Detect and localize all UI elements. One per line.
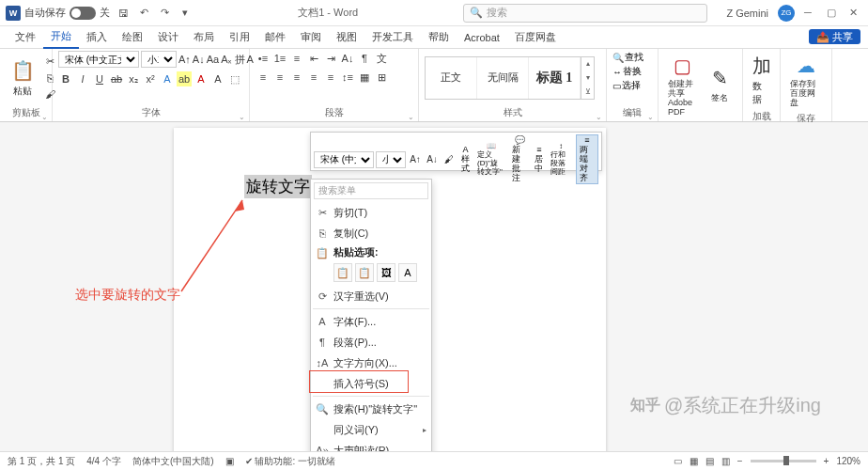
ctx-insert-symbol[interactable]: 插入符号(S): [311, 373, 431, 394]
select-button[interactable]: ▭选择: [612, 79, 652, 92]
style-up-icon[interactable]: ▴: [581, 57, 594, 71]
user-name[interactable]: Z Gemini: [726, 8, 768, 19]
request-signature-button[interactable]: ✎签名: [703, 63, 736, 106]
zoom-slider[interactable]: [751, 460, 816, 462]
mt-define-button[interactable]: 📖定义(D)"旋转文字": [474, 142, 507, 177]
save-baidu-button[interactable]: ☁保存到百度网盘: [786, 51, 826, 110]
share-button[interactable]: 📤 共享: [809, 29, 860, 44]
char-border-icon[interactable]: ⬚: [227, 71, 242, 86]
ctx-font[interactable]: A字体(F)...: [311, 311, 431, 332]
paste-merge-formatting-icon[interactable]: 📋: [355, 263, 374, 282]
tab-help[interactable]: 帮助: [421, 26, 457, 48]
autosave-toggle[interactable]: 自动保存 关: [24, 6, 110, 20]
paste-button[interactable]: 📋 粘贴: [6, 55, 39, 100]
zoom-in-button[interactable]: +: [824, 456, 829, 466]
ctx-paragraph[interactable]: ¶段落(P)...: [311, 332, 431, 352]
decrease-font-icon[interactable]: A↓: [193, 52, 205, 67]
view-focus-icon[interactable]: ▭: [674, 456, 682, 466]
tab-layout[interactable]: 布局: [186, 26, 222, 48]
distributed-icon[interactable]: ≡: [323, 70, 338, 85]
maximize-button[interactable]: ▢: [827, 7, 840, 20]
close-button[interactable]: ✕: [849, 7, 862, 20]
text-effects-icon[interactable]: A: [160, 71, 175, 86]
shading-icon[interactable]: ▦: [357, 70, 372, 85]
show-marks-icon[interactable]: ¶: [357, 51, 372, 66]
qat-customize-icon[interactable]: ▾: [178, 6, 193, 21]
status-words[interactable]: 4/4 个字: [86, 455, 121, 468]
paste-text-only-icon[interactable]: A: [398, 263, 417, 282]
superscript-button[interactable]: x²: [143, 71, 158, 86]
view-read-icon[interactable]: ▥: [721, 456, 730, 466]
increase-indent-icon[interactable]: ⇥: [323, 51, 338, 66]
zoom-out-button[interactable]: −: [737, 456, 743, 466]
tab-mailings[interactable]: 邮件: [257, 26, 293, 48]
mt-font-name[interactable]: 宋体 (中文正: [314, 151, 374, 168]
highlight-icon[interactable]: ab: [177, 71, 192, 86]
data-addin-button[interactable]: 加数据: [749, 51, 774, 108]
style-heading1[interactable]: 标题 1: [529, 57, 581, 99]
style-more-icon[interactable]: ⊻: [581, 85, 594, 99]
paste-picture-icon[interactable]: 🖼: [377, 263, 395, 282]
minimize-button[interactable]: ─: [804, 7, 817, 20]
tab-design[interactable]: 设计: [150, 26, 186, 48]
asian-layout-icon[interactable]: 文: [374, 51, 389, 66]
clear-formatting-icon[interactable]: Aₓ: [221, 52, 232, 67]
tab-review[interactable]: 审阅: [293, 26, 329, 48]
mt-styles-button[interactable]: A样式: [458, 145, 473, 175]
redo-icon[interactable]: ↷: [157, 6, 172, 21]
document-canvas[interactable]: 旋转文字 选中要旋转的文字 宋体 (中文正 小二 A↑ A↓ 🖌 A样式 📖定义…: [0, 122, 868, 451]
mt-line-spacing-button[interactable]: ↕行和段落间距: [548, 142, 574, 177]
status-accessibility[interactable]: ✔ 辅助功能: 一切就绪: [245, 455, 335, 468]
paste-keep-formatting-icon[interactable]: 📋: [333, 263, 352, 282]
bold-button[interactable]: B: [58, 71, 73, 86]
ctx-synonyms[interactable]: 同义词(Y): [311, 419, 431, 440]
bullets-icon[interactable]: •≡: [256, 51, 271, 66]
tab-references[interactable]: 引用: [222, 26, 257, 48]
tab-developer[interactable]: 开发工具: [364, 26, 421, 48]
tab-baidu[interactable]: 百度网盘: [507, 26, 564, 48]
mt-font-size[interactable]: 小二: [376, 151, 406, 168]
style-nospacing[interactable]: 无间隔: [477, 57, 529, 99]
status-language[interactable]: 简体中文(中国大陆): [132, 455, 214, 468]
mt-justify-button[interactable]: ≡两端对齐: [576, 134, 598, 184]
find-button[interactable]: 🔍查找: [612, 51, 652, 64]
align-center-icon[interactable]: ≡: [272, 70, 287, 85]
mt-increase-font-icon[interactable]: A↑: [408, 152, 423, 167]
numbering-icon[interactable]: 1≡: [272, 51, 287, 66]
ctx-copy[interactable]: ⎘复制(C): [311, 223, 431, 243]
ctx-search-selection[interactable]: 🔍搜索(H)"旋转文字": [311, 399, 431, 419]
increase-font-icon[interactable]: A↑: [178, 52, 191, 67]
status-macro-icon[interactable]: ▣: [225, 456, 234, 466]
ctx-text-direction[interactable]: ↕A文字方向(X)...: [311, 352, 431, 373]
mt-center-button[interactable]: ≡居中: [532, 145, 546, 175]
tab-insert[interactable]: 插入: [79, 26, 115, 48]
multilevel-icon[interactable]: ≡: [289, 51, 304, 66]
align-left-icon[interactable]: ≡: [256, 70, 271, 85]
decrease-indent-icon[interactable]: ⇤: [306, 51, 321, 66]
tab-file[interactable]: 文件: [8, 26, 43, 48]
replace-button[interactable]: ↔替换: [612, 65, 652, 78]
search-box[interactable]: 🔍 搜索: [463, 4, 707, 23]
font-size-select[interactable]: 小二: [141, 51, 177, 68]
justify-icon[interactable]: ≡: [306, 70, 321, 85]
sort-icon[interactable]: A↓: [340, 51, 355, 66]
mt-format-painter-icon[interactable]: 🖌: [442, 152, 457, 167]
underline-button[interactable]: U: [92, 71, 107, 86]
create-share-pdf-button[interactable]: ▢创建并共享Adobe PDF: [664, 51, 700, 119]
italic-button[interactable]: I: [75, 71, 90, 86]
style-normal[interactable]: 正文: [426, 57, 477, 99]
font-color-icon[interactable]: A: [194, 71, 209, 86]
ctx-read-aloud[interactable]: A»大声朗读(R): [311, 440, 431, 451]
change-case-icon[interactable]: Aa: [207, 52, 219, 67]
ctx-cut[interactable]: ✂剪切(T): [311, 202, 431, 223]
user-avatar[interactable]: ZG: [778, 5, 795, 22]
style-down-icon[interactable]: ▾: [581, 70, 594, 85]
undo-icon[interactable]: ↶: [136, 6, 151, 21]
tab-view[interactable]: 视图: [329, 26, 364, 48]
ctx-chinese-reselect[interactable]: ⟳汉字重选(V): [311, 286, 431, 306]
save-icon[interactable]: 🖫: [116, 6, 131, 21]
phonetic-guide-icon[interactable]: 拼: [235, 52, 245, 67]
tab-home[interactable]: 开始: [43, 25, 79, 49]
view-print-icon[interactable]: ▦: [690, 456, 698, 466]
borders-icon[interactable]: ⊞: [374, 70, 389, 85]
